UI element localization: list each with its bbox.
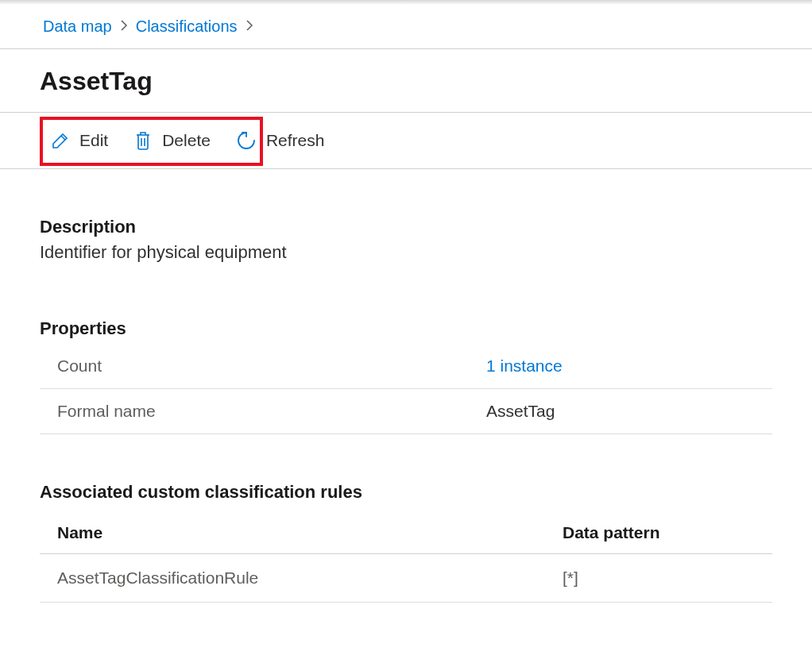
chevron-right-icon [120, 20, 128, 33]
delete-label: Delete [162, 131, 211, 150]
rules-heading: Associated custom classification rules [40, 482, 772, 503]
rules-section: Associated custom classification rules N… [40, 482, 772, 603]
property-row: Formal name AssetTag [40, 389, 772, 434]
properties-heading: Properties [40, 318, 772, 339]
property-label-count: Count [57, 356, 486, 376]
refresh-label: Refresh [266, 131, 325, 150]
properties-section: Properties Count 1 instance Formal name … [40, 318, 772, 434]
edit-icon [51, 131, 70, 150]
edit-label: Edit [79, 131, 108, 150]
edit-button[interactable]: Edit [40, 123, 122, 158]
breadcrumb-link-datamap[interactable]: Data map [43, 17, 112, 36]
property-label-formalname: Formal name [57, 402, 486, 421]
column-header-pattern[interactable]: Data pattern [563, 523, 660, 542]
rule-name-cell: AssetTagClassificationRule [57, 568, 563, 588]
property-value-formalname: AssetTag [486, 402, 555, 421]
chevron-right-icon [246, 20, 253, 33]
table-header: Name Data pattern [40, 514, 772, 554]
property-row: Count 1 instance [40, 344, 772, 389]
description-section: Description Identifier for physical equi… [40, 217, 772, 263]
delete-button[interactable]: Delete [122, 122, 225, 159]
breadcrumb: Data map Classifications [0, 5, 812, 48]
column-header-name[interactable]: Name [57, 523, 563, 542]
refresh-button[interactable]: Refresh [225, 122, 339, 159]
toolbar: Edit Delete Refresh [0, 112, 812, 169]
table-row: AssetTagClassificationRule [*] [40, 554, 772, 603]
rule-pattern-cell: [*] [563, 568, 578, 588]
delete-icon [133, 130, 153, 151]
refresh-icon [236, 130, 257, 151]
description-text: Identifier for physical equipment [40, 242, 772, 263]
breadcrumb-link-classifications[interactable]: Classifications [136, 17, 238, 36]
property-value-count[interactable]: 1 instance [486, 356, 563, 376]
description-heading: Description [40, 217, 772, 237]
page-title: AssetTag [0, 49, 812, 112]
